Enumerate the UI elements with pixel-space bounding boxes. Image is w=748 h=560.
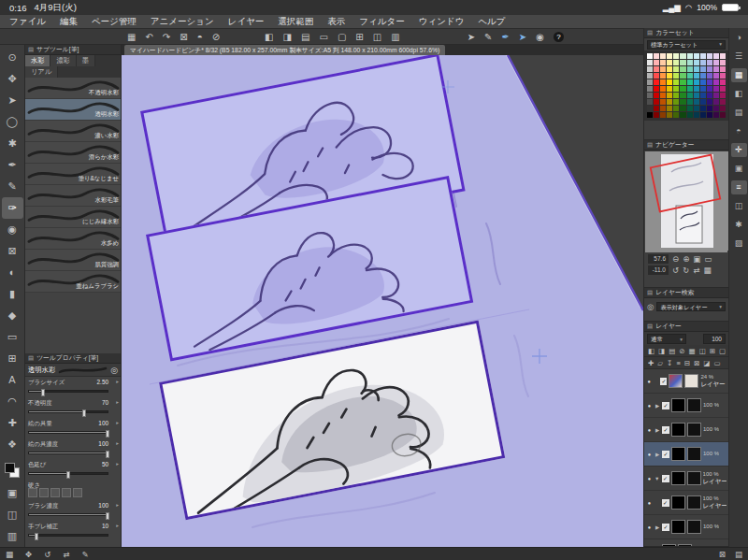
color-swatch[interactable] bbox=[707, 73, 712, 79]
color-swatch[interactable] bbox=[707, 93, 712, 98]
delete-layer-icon[interactable]: ⊠ bbox=[694, 359, 699, 367]
mask-icon[interactable]: ◫ bbox=[699, 347, 706, 355]
visibility-eye-icon[interactable]: ● bbox=[646, 379, 652, 384]
draft-checkbox[interactable]: ✓ bbox=[662, 524, 669, 531]
color-slider-icon[interactable]: ☰ bbox=[731, 50, 747, 64]
layer-row-7[interactable]: ●100 % bbox=[644, 539, 728, 546]
color-swatch[interactable] bbox=[680, 73, 685, 79]
visibility-eye-icon[interactable]: ● bbox=[646, 403, 653, 409]
menu-item-8[interactable]: ウィンドウ bbox=[419, 16, 465, 28]
pen-mode-icon[interactable]: ✎ bbox=[484, 30, 492, 44]
color-swatch[interactable] bbox=[707, 99, 712, 105]
property-row-2[interactable]: 絵の具量100▸ bbox=[25, 418, 121, 438]
color-swatch[interactable] bbox=[700, 73, 706, 79]
view-eye-icon[interactable]: ◉ bbox=[536, 30, 544, 44]
folder-expand-icon[interactable]: ▶ bbox=[654, 427, 660, 433]
property-slider[interactable] bbox=[28, 513, 108, 516]
color-swatch[interactable] bbox=[647, 73, 653, 79]
ruler-icon[interactable]: ⊞ bbox=[710, 347, 715, 355]
color-swatch[interactable] bbox=[660, 53, 666, 59]
layer-row-5[interactable]: ●✓100 %レイヤー bbox=[644, 491, 728, 515]
touch-blue-icon[interactable]: ➤ bbox=[519, 30, 526, 44]
property-row-3[interactable]: 絵の具濃度100▸ bbox=[25, 438, 121, 459]
snap-ruler-icon[interactable]: ◧ bbox=[265, 30, 273, 44]
property-stepper-icon[interactable]: ▸ bbox=[116, 420, 119, 425]
color-swatch[interactable] bbox=[720, 93, 726, 98]
snap-off-icon[interactable]: ⊘ bbox=[212, 30, 220, 44]
color-swatch[interactable] bbox=[660, 99, 666, 105]
selection-tool-icon[interactable]: ◯ bbox=[2, 111, 23, 133]
subtool-item-1[interactable]: 透明水彩 bbox=[25, 99, 121, 121]
color-swatch[interactable] bbox=[713, 93, 719, 98]
color-swatch[interactable] bbox=[700, 112, 706, 118]
hardness-step[interactable] bbox=[50, 488, 60, 497]
color-swatch[interactable] bbox=[654, 73, 659, 79]
color-swatch[interactable] bbox=[680, 60, 685, 65]
folder-expand-icon[interactable]: ▶ bbox=[654, 403, 660, 409]
correct-line-tool-icon[interactable]: ◠ bbox=[2, 391, 23, 412]
move-tool-icon[interactable]: ✥ bbox=[2, 68, 23, 90]
color-swatch[interactable] bbox=[700, 79, 706, 85]
subtool-item-0[interactable]: 不透明水彩 bbox=[25, 78, 121, 99]
color-swatch[interactable] bbox=[713, 60, 719, 65]
snap-circle-icon[interactable]: ◓ bbox=[197, 30, 203, 44]
crop-mark-icon[interactable]: ⊞ bbox=[355, 30, 363, 44]
color-history-icon[interactable]: ◓ bbox=[731, 124, 747, 138]
rotate-right-icon[interactable]: ↻ bbox=[683, 266, 689, 275]
bottom-delete-icon[interactable]: ⊠ bbox=[719, 550, 726, 559]
text-tool-icon[interactable]: A bbox=[2, 369, 23, 391]
menu-item-1[interactable]: 編集 bbox=[60, 16, 78, 28]
snap-grid-icon[interactable]: ▤ bbox=[301, 30, 309, 44]
search-filter-icon[interactable]: ◎ bbox=[647, 302, 654, 311]
color-swatch[interactable] bbox=[700, 86, 706, 92]
color-swatch[interactable] bbox=[694, 66, 699, 72]
color-swatch[interactable] bbox=[680, 93, 685, 98]
canvas-grid-icon[interactable]: ▦ bbox=[127, 30, 136, 44]
color-swatch[interactable] bbox=[720, 86, 726, 92]
color-swatch[interactable] bbox=[680, 53, 685, 59]
strip-settings-icon[interactable]: ▥ bbox=[2, 525, 23, 547]
operation-tool-icon[interactable]: ➤ bbox=[2, 90, 23, 111]
color-swatch[interactable] bbox=[700, 93, 706, 98]
color-swatch[interactable] bbox=[673, 73, 679, 79]
color-swatch[interactable] bbox=[694, 112, 699, 118]
subtool-tab-濃彩[interactable]: 濃彩 bbox=[50, 55, 76, 66]
layer-row-6[interactable]: ●▶✓100 % bbox=[644, 515, 728, 539]
fit-screen-icon[interactable]: ▣ bbox=[693, 254, 700, 264]
color-swatch[interactable] bbox=[694, 99, 699, 105]
bottom-rotate-icon[interactable]: ↺ bbox=[44, 550, 50, 559]
brush-tool-icon[interactable]: ✑ bbox=[2, 197, 23, 219]
lock-pixel-icon[interactable]: ▦ bbox=[689, 347, 696, 355]
color-swatch[interactable] bbox=[720, 60, 726, 65]
menu-item-2[interactable]: ページ管理 bbox=[92, 16, 137, 28]
tool-settings-icon[interactable]: ✱ bbox=[731, 218, 747, 232]
color-swatch[interactable] bbox=[720, 73, 726, 79]
visibility-eye-icon[interactable]: ● bbox=[646, 452, 653, 457]
decoration-tool-icon[interactable]: ❖ bbox=[2, 434, 23, 455]
color-swatch[interactable] bbox=[647, 93, 653, 98]
pen-tool-icon[interactable]: ✒ bbox=[2, 154, 23, 176]
color-swatch[interactable] bbox=[687, 112, 693, 118]
color-swatch[interactable] bbox=[667, 112, 672, 118]
color-swatch[interactable] bbox=[680, 106, 685, 111]
color-swatch[interactable] bbox=[707, 79, 712, 85]
color-swatch[interactable] bbox=[713, 73, 719, 79]
color-mixing-icon[interactable]: ◧ bbox=[731, 87, 747, 101]
frame-tool-icon[interactable]: ⊞ bbox=[2, 348, 23, 369]
draft-checkbox[interactable]: ✓ bbox=[662, 475, 669, 482]
color-swatch[interactable] bbox=[687, 73, 693, 79]
zoom-in-icon[interactable]: ⊕ bbox=[683, 254, 689, 264]
ruler-tool-icon[interactable]: ✚ bbox=[2, 412, 23, 434]
bottom-settings-icon[interactable]: ▤ bbox=[735, 550, 742, 559]
property-row-5[interactable]: 硬さ bbox=[25, 480, 121, 500]
color-set-dropdown[interactable]: 標準カラーセット ▾ bbox=[647, 40, 726, 50]
color-swatch[interactable] bbox=[687, 106, 693, 111]
visibility-eye-icon[interactable]: ● bbox=[646, 500, 653, 506]
color-swatch[interactable] bbox=[713, 86, 719, 92]
color-swatch[interactable] bbox=[694, 79, 699, 85]
layer-filter-dropdown[interactable]: 表示対象レイヤー ▾ bbox=[656, 302, 726, 311]
color-swatch[interactable] bbox=[707, 112, 712, 118]
property-slider[interactable] bbox=[28, 410, 108, 413]
document-tab[interactable]: マイハードハードピンチ* 8/32 (B5 182.00 x 257.00mm … bbox=[124, 45, 445, 55]
hardness-step[interactable] bbox=[28, 488, 37, 497]
